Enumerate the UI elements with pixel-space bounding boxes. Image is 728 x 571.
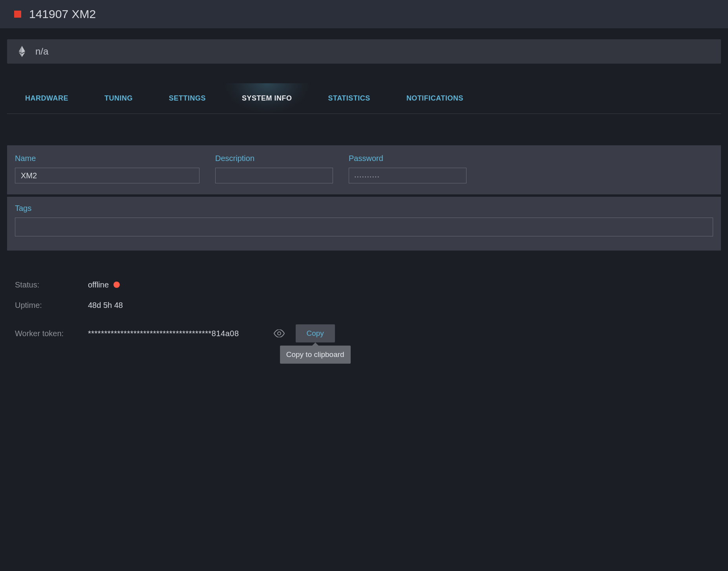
- uptime-label: Uptime:: [15, 301, 88, 310]
- copy-button[interactable]: Copy Copy to clipboard: [296, 324, 335, 342]
- token-value: **************************************81…: [88, 329, 239, 338]
- token-row: Worker token: **************************…: [15, 324, 713, 342]
- page-title: 141907 XM2: [29, 7, 96, 21]
- tab-statistics[interactable]: STATISTICS: [310, 83, 388, 113]
- form-group-name: Name: [15, 154, 199, 183]
- tags-label: Tags: [15, 204, 713, 213]
- description-label: Description: [215, 154, 333, 163]
- uptime-row: Uptime: 48d 5h 48: [15, 298, 713, 313]
- details-section: Status: offline Uptime: 48d 5h 48 Worker…: [15, 277, 713, 342]
- name-label: Name: [15, 154, 199, 163]
- password-label: Password: [349, 154, 466, 163]
- tab-notifications[interactable]: NOTIFICATIONS: [388, 83, 481, 113]
- reveal-token-icon[interactable]: [274, 329, 285, 337]
- tags-input[interactable]: [15, 218, 713, 236]
- copy-tooltip: Copy to clipboard: [280, 346, 351, 364]
- form-panel: Name Description Password: [7, 145, 721, 194]
- status-value: offline: [88, 280, 109, 289]
- tab-tuning[interactable]: TUNING: [86, 83, 151, 113]
- header-bar: 141907 XM2: [0, 0, 728, 28]
- status-row: Status: offline: [15, 277, 713, 292]
- status-dot-icon: [113, 282, 120, 288]
- tab-system-info[interactable]: SYSTEM INFO: [224, 83, 310, 113]
- tab-settings[interactable]: SETTINGS: [151, 83, 224, 113]
- tab-hardware[interactable]: HARDWARE: [7, 83, 86, 113]
- copy-button-label: Copy: [307, 329, 324, 337]
- description-input[interactable]: [215, 168, 333, 183]
- uptime-value: 48d 5h 48: [88, 301, 123, 310]
- tabs-container: HARDWARE TUNING SETTINGS SYSTEM INFO STA…: [7, 83, 721, 114]
- svg-point-0: [278, 332, 281, 335]
- info-bar[interactable]: n/a: [7, 39, 721, 64]
- tags-panel: Tags: [7, 197, 721, 251]
- status-value-wrap: offline: [88, 280, 120, 289]
- password-input[interactable]: [349, 168, 466, 183]
- token-label: Worker token:: [15, 329, 88, 338]
- form-group-description: Description: [215, 154, 333, 183]
- name-input[interactable]: [15, 168, 199, 183]
- form-group-password: Password: [349, 154, 466, 183]
- info-bar-text: n/a: [35, 46, 48, 57]
- status-indicator-square: [14, 11, 21, 18]
- status-label: Status:: [15, 280, 88, 289]
- ethereum-icon: [18, 46, 26, 57]
